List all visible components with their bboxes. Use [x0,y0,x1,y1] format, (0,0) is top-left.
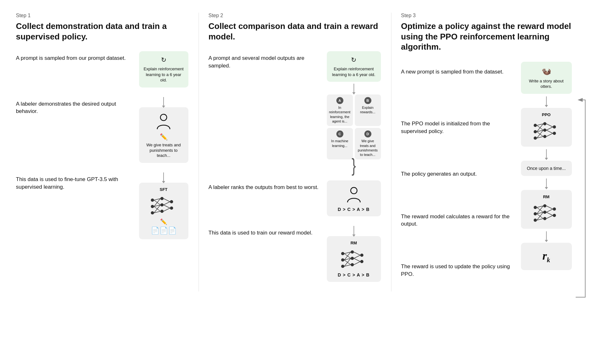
step2-section3: This data is used to train our reward mo… [208,226,382,282]
svg-point-27 [360,254,363,257]
svg-point-61 [534,219,537,222]
otter-icon: 🦦 [525,66,568,76]
step2-section1: A prompt and several model outputs are s… [208,51,382,171]
step3-text2: The PPO model is initialized from the su… [401,117,512,135]
output-text: Once upon a time... [527,166,565,171]
step3-arrow2 [546,149,547,158]
step2-refresh-icon: ↻ [331,56,377,64]
step1-text3: This data is used to fine-tune GPT-3.5 w… [16,172,132,191]
sft-label: SFT [143,187,185,192]
arrow2 [163,172,164,181]
step2-visual3: RM [326,226,382,282]
svg-line-39 [354,262,360,265]
svg-point-26 [351,263,354,266]
refresh-icon: ↻ [143,56,185,64]
step3-texts: A new prompt is sampled from the dataset… [401,62,512,278]
step3-text1: A new prompt is sampled from the dataset… [401,62,512,76]
svg-line-58 [546,133,553,136]
rm-label-s3: RM [525,194,568,199]
rm-label-s2: RM [331,241,377,245]
svg-line-56 [546,127,553,130]
svg-line-76 [546,212,553,215]
svg-point-3 [151,211,154,214]
step1-visual2: ✏️ We give treats and punishments to tea… [138,97,189,163]
svg-point-21 [341,252,344,255]
step2-text2: A labeler ranks the outputs from best to… [208,180,320,191]
step2-title: Collect comparison data and train a rewa… [208,21,382,42]
svg-point-60 [534,212,537,215]
comp-box-c: C In machine learning... [327,128,353,159]
step3-visuals: 🦦 Write a story about otters. PPO [518,62,574,278]
step3-title: Optimize a policy against the reward mod… [401,21,574,52]
svg-point-28 [360,260,363,263]
step2-text1: A prompt and several model outputs are s… [208,51,320,70]
svg-point-46 [553,125,556,129]
main-layout: Step 1 Collect demonstration data and tr… [16,13,574,291]
badge-a: A [336,97,343,104]
svg-point-2 [151,205,154,208]
svg-point-20 [351,187,357,194]
sft-network-icon [148,194,179,216]
arrow3 [354,84,354,93]
ppo-network-icon [530,119,562,141]
person-icon [154,112,173,131]
badge-b: B [364,97,371,104]
svg-point-62 [543,204,546,207]
svg-line-37 [354,255,360,258]
svg-point-64 [543,217,546,220]
reward-value-box: rk [521,243,572,270]
step3-content: A new prompt is sampled from the dataset… [401,62,574,278]
step1-section1: A prompt is sampled from our prompt data… [16,51,189,88]
step3-text3: The policy generates an output. [401,167,512,178]
step1-column: Step 1 Collect demonstration data and tr… [16,13,199,291]
svg-point-44 [543,129,546,132]
rm-box-s2: RM [327,236,381,282]
svg-point-6 [160,210,164,213]
comparison-grid: A In reinforcement learning, the agent i… [327,94,381,159]
sft-box: SFT [139,183,188,239]
step3-arrow4 [546,231,547,240]
person-icon-2 [344,185,363,204]
ppo-label: PPO [525,112,568,117]
step3-label: Step 3 [401,13,574,18]
step1-text2: A labeler demonstrates the desired outpu… [16,97,132,116]
arrow4 [354,226,354,235]
svg-point-24 [351,250,354,254]
step1-visual1: ↻ Explain reinforcement learning to a 6 … [138,51,189,88]
svg-line-75 [546,209,553,212]
svg-point-1 [151,199,154,202]
step1-label: Step 1 [16,13,189,18]
comp-box-a: A In reinforcement learning, the agent i… [327,94,353,126]
labeler-rank-box: D > C > A > B [327,180,381,216]
ppo-box: PPO [521,108,572,147]
step3-column: Step 3 Optimize a policy against the rew… [391,13,574,291]
step2-column: Step 2 Collect comparison data and train… [199,13,391,291]
rm-network-icon [338,247,370,270]
badge-d: D [364,130,371,137]
step3-prompt-text: Write a story about otters. [529,79,564,89]
svg-point-43 [543,122,546,125]
ranking-display1: D > C > A > B [331,207,377,212]
step2-prompt-text: Explain reinforcement learning to a 6 ye… [332,66,376,77]
reward-value: rk [542,249,550,262]
step2-section2: A labeler ranks the outputs from best to… [208,180,382,216]
step3-text5: The reward is used to update the policy … [401,260,512,278]
arrow1 [163,97,164,106]
step1-visual3: SFT [138,172,189,239]
step1-text1: A prompt is sampled from our prompt data… [16,51,132,62]
step1-section3: This data is used to fine-tune GPT-3.5 w… [16,172,189,239]
ranking-display2: D > C > A > B [331,272,377,277]
curly-brace: } [352,159,356,171]
step3-arrow3 [546,178,547,187]
step2-label: Step 2 [208,13,382,18]
rm-box-s3: RM [521,190,572,229]
svg-line-17 [164,202,170,205]
svg-point-59 [534,206,537,209]
feedback-arrow [572,94,588,310]
step2-prompt-box: ↻ Explain reinforcement learning to a 6 … [327,51,381,82]
svg-point-4 [160,197,164,200]
comp-box-b: B Explain rewards... [355,94,381,126]
step2-text3: This data is used to train our reward mo… [208,226,320,237]
step3-text4: The reward model calculates a reward for… [401,210,512,228]
svg-point-25 [351,257,354,260]
